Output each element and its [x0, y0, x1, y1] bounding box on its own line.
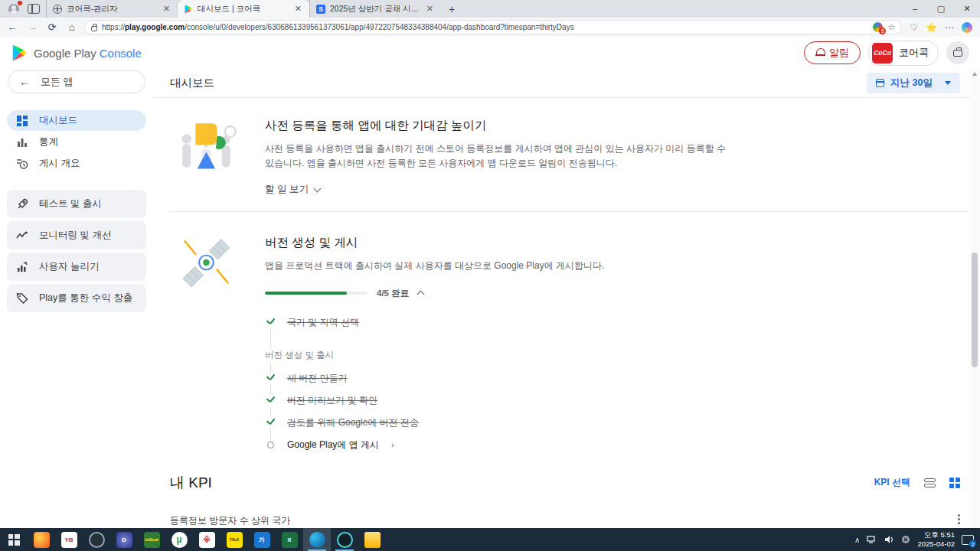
browser-tabstrip: 코어콕-관리자 ✕ 대시보드 | 코어콕 ✕ S 2025년 상반기 공채 시작… — [0, 0, 980, 18]
date-range-button[interactable]: 지난 30일 — [867, 73, 960, 93]
back-icon[interactable]: ← — [5, 21, 20, 33]
toolbar-right: ♡ ⭐ ⋯ — [906, 22, 975, 33]
blue-d-icon: D — [116, 532, 132, 548]
sidebar-item-dashboard[interactable]: 대시보드 — [7, 110, 146, 131]
browser-tab-3[interactable]: S 2025년 상반기 공채 시작! | 취업.. ✕ — [309, 0, 441, 18]
tab-title: 2025년 상반기 공채 시작! | 취업.. — [330, 4, 420, 15]
page-header: 대시보드 지난 30일 — [153, 69, 980, 98]
start-button[interactable] — [0, 528, 28, 551]
checklist-step[interactable]: 검토를 위해 Google에 버전 전송 — [265, 412, 604, 434]
chevron-down-icon — [945, 81, 951, 85]
tab-workspaces-icon[interactable] — [28, 4, 40, 14]
list-view-icon[interactable] — [924, 478, 936, 487]
taskbar-clock[interactable]: 오후 5:51 2025-04-02 — [917, 530, 955, 549]
taskbar-excel-app[interactable]: X — [276, 528, 303, 551]
sidebar-group-monetize[interactable]: Play를 통한 수익 창출 — [7, 284, 146, 312]
sidebar-group-test-and-release[interactable]: 테스트 및 출시 — [7, 190, 146, 218]
taskbar-utorrent-app[interactable]: µ — [165, 528, 193, 551]
taskbar-yb-app[interactable]: YB — [55, 528, 83, 551]
taskbar-media-player-app[interactable] — [331, 528, 358, 551]
taskbar-edge-browser[interactable] — [303, 528, 331, 551]
extension-badge: 5 — [879, 28, 886, 34]
media-player-icon — [337, 532, 353, 548]
tab-title: 대시보드 | 코어콕 — [198, 4, 289, 15]
sidebar-item-label: 모니터링 및 개선 — [39, 229, 111, 242]
chevron-up-icon[interactable] — [417, 291, 425, 298]
tab-close-icon[interactable]: ✕ — [425, 4, 435, 14]
browser-profile-button[interactable] — [6, 2, 21, 17]
sidebar-group-monitor-and-improve[interactable]: 모니터링 및 개선 — [7, 221, 146, 249]
console-header: Google Play Console 알림 CoCo 코어콕 — [0, 37, 980, 69]
sidebar-item-label: 테스트 및 출시 — [39, 197, 102, 210]
settings-ellipsis-icon[interactable]: ⋯ — [945, 22, 954, 33]
checklist-step[interactable]: 국가 및 지역 선택 — [265, 311, 604, 334]
taskbar-hangul-app[interactable]: ※ — [193, 528, 220, 551]
refresh-icon[interactable]: ⟳ — [44, 21, 60, 33]
browser-essentials-icon[interactable]: ♡ — [910, 22, 918, 33]
checklist-step[interactable]: 버전 미리보기 및 확인 — [265, 390, 604, 412]
taskbar-photo-editor-app[interactable] — [28, 528, 55, 551]
tray-chevron-icon[interactable]: ∧ — [854, 536, 860, 544]
favorites-bar-icon[interactable]: ⭐ — [926, 22, 937, 33]
google-play-console-logo[interactable]: Google Play Console — [11, 44, 142, 61]
address-bar[interactable]: https://play.google.com/console/u/0/deve… — [84, 20, 902, 34]
google-play-logo-icon — [11, 44, 28, 61]
developer-account-button[interactable] — [946, 41, 969, 64]
taskbar-translator-app[interactable]: 가 — [248, 528, 276, 551]
tray-status-icon[interactable] — [901, 535, 910, 544]
favorite-star-icon[interactable]: ☆ — [887, 22, 895, 32]
minimize-button[interactable]: – — [902, 0, 928, 18]
release-checklist: 국가 및 지역 선택 버전 생성 및 출시 새 버전 만들기 버전 미리보기 및… — [265, 311, 604, 456]
header-actions: 알림 CoCo 코어콕 — [804, 41, 969, 66]
taskbar-kakaotalk-app[interactable]: TALK — [220, 528, 248, 551]
page-title: 대시보드 — [170, 76, 214, 90]
taskbar-file-explorer[interactable] — [358, 528, 386, 551]
speaker-icon[interactable] — [884, 535, 894, 544]
checklist-step[interactable]: 새 버전 만들기 — [265, 367, 604, 390]
grid-view-icon[interactable] — [949, 478, 960, 488]
progress-label: 4/5 완료 — [377, 288, 409, 299]
tab-close-icon[interactable]: ✕ — [162, 4, 172, 14]
extension-icon[interactable]: 5 — [873, 22, 883, 32]
check-icon — [265, 417, 276, 429]
home-icon[interactable]: ⌂ — [64, 21, 80, 33]
url-text[interactable]: https://play.google.com/console/u/0/deve… — [102, 23, 868, 31]
view-tasks-link[interactable]: 할 일 보기 — [265, 183, 730, 196]
sidebar-group-grow-users[interactable]: 사용자 늘리기 — [7, 253, 146, 281]
new-tab-button[interactable]: + — [441, 3, 462, 15]
taskbar-bandizip-app[interactable]: D — [110, 528, 138, 551]
lock-icon — [91, 26, 97, 31]
tray-time: 오후 5:51 — [917, 530, 955, 540]
kpi-overflow-menu-icon[interactable] — [958, 514, 960, 528]
bell-icon — [815, 48, 825, 57]
all-apps-back-button[interactable]: ← 모든 앱 — [8, 70, 145, 93]
gauge-icon — [89, 532, 105, 548]
checklist-step-publish[interactable]: Google Play에 앱 게시 › — [265, 434, 604, 456]
kpi-select-link[interactable]: KPI 선택 — [874, 476, 910, 489]
calendar-icon — [876, 79, 884, 87]
notifications-button[interactable]: 알림 — [804, 41, 861, 64]
taskbar-mp3directcut-app[interactable]: m3cut — [138, 528, 165, 551]
scrollbar-up-arrow[interactable] — [972, 72, 977, 76]
notification-center-icon[interactable]: 2 — [962, 535, 974, 545]
taskbar-gauge-app[interactable] — [83, 528, 110, 551]
account-chip[interactable]: CoCo 코어콕 — [868, 41, 939, 66]
browser-tab-1[interactable]: 코어콕-관리자 ✕ — [46, 0, 178, 18]
tab-close-icon[interactable]: ✕ — [293, 4, 303, 14]
sidebar-item-label: 대시보드 — [39, 114, 77, 127]
sidebar-item-publishing-overview[interactable]: 게시 개요 — [7, 153, 146, 174]
scrollbar-thumb[interactable] — [972, 253, 978, 367]
release-progress: 4/5 완료 — [265, 288, 604, 299]
tab-title: 코어콕-관리자 — [67, 4, 157, 15]
forward-icon[interactable]: → — [24, 21, 40, 33]
sidebar-item-statistics[interactable]: 통계 — [7, 132, 146, 152]
kpi-card-title: 등록정보 방문자 수 상위 국가 — [170, 514, 290, 527]
notifications-label: 알림 — [829, 46, 849, 60]
copilot-icon[interactable] — [962, 22, 972, 33]
account-name: 코어콕 — [899, 46, 929, 60]
browser-tab-2-active[interactable]: 대시보드 | 코어콕 ✕ — [178, 0, 309, 18]
network-icon[interactable] — [867, 535, 877, 544]
maximize-button[interactable]: ▢ — [928, 0, 954, 18]
page-scrollbar[interactable] — [970, 69, 980, 528]
close-button[interactable]: ✕ — [954, 0, 980, 18]
